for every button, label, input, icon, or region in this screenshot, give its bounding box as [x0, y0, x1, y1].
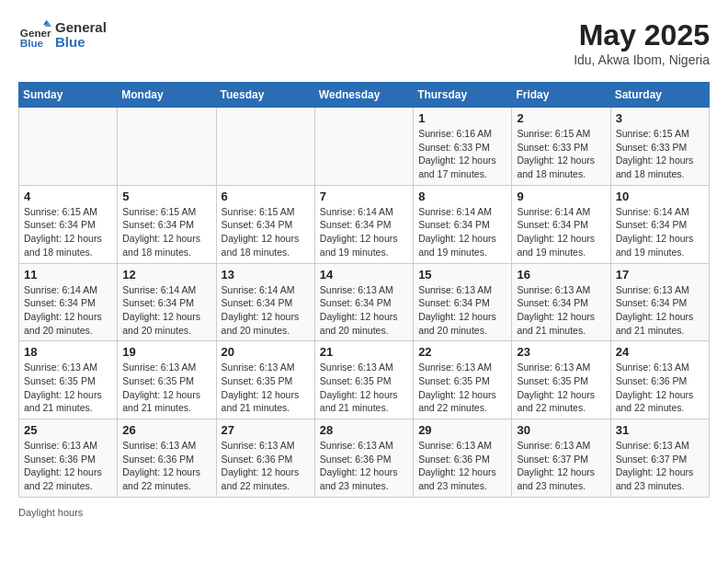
weekday-header: Saturday: [610, 83, 709, 108]
calendar-cell: 12Sunrise: 6:14 AM Sunset: 6:34 PM Dayli…: [118, 263, 216, 341]
day-info: Sunrise: 6:14 AM Sunset: 6:34 PM Dayligh…: [517, 205, 605, 259]
day-info: Sunrise: 6:15 AM Sunset: 6:34 PM Dayligh…: [222, 205, 310, 259]
day-number: 30: [517, 423, 605, 437]
day-info: Sunrise: 6:13 AM Sunset: 6:35 PM Dayligh…: [320, 361, 408, 415]
day-info: Sunrise: 6:13 AM Sunset: 6:37 PM Dayligh…: [616, 439, 704, 493]
calendar-cell: 25Sunrise: 6:13 AM Sunset: 6:36 PM Dayli…: [19, 419, 118, 498]
weekday-header: Sunday: [19, 83, 118, 108]
calendar-cell: 11Sunrise: 6:14 AM Sunset: 6:34 PM Dayli…: [19, 263, 118, 341]
calendar-cell: 17Sunrise: 6:13 AM Sunset: 6:34 PM Dayli…: [610, 263, 709, 341]
calendar-table: SundayMondayTuesdayWednesdayThursdayFrid…: [18, 82, 710, 498]
calendar-cell: 4Sunrise: 6:15 AM Sunset: 6:34 PM Daylig…: [19, 185, 118, 263]
page-header: General Blue General Blue May 2025 Idu, …: [18, 18, 710, 67]
day-info: Sunrise: 6:15 AM Sunset: 6:34 PM Dayligh…: [122, 205, 210, 259]
title-block: May 2025 Idu, Akwa Ibom, Nigeria: [574, 18, 710, 67]
weekday-header: Friday: [512, 83, 610, 108]
calendar-week-row: 25Sunrise: 6:13 AM Sunset: 6:36 PM Dayli…: [19, 419, 710, 498]
day-info: Sunrise: 6:14 AM Sunset: 6:34 PM Dayligh…: [24, 283, 112, 338]
day-info: Sunrise: 6:13 AM Sunset: 6:35 PM Dayligh…: [222, 361, 310, 415]
day-info: Sunrise: 6:14 AM Sunset: 6:34 PM Dayligh…: [616, 205, 704, 259]
day-info: Sunrise: 6:15 AM Sunset: 6:33 PM Dayligh…: [517, 127, 605, 181]
calendar-cell: 1Sunrise: 6:16 AM Sunset: 6:33 PM Daylig…: [414, 108, 512, 186]
calendar-cell: [314, 108, 413, 186]
calendar-cell: 8Sunrise: 6:14 AM Sunset: 6:34 PM Daylig…: [414, 185, 512, 263]
calendar-cell: 14Sunrise: 6:13 AM Sunset: 6:34 PM Dayli…: [314, 263, 413, 341]
footer-text: Daylight hours: [18, 507, 83, 518]
footer: Daylight hours: [18, 507, 710, 518]
calendar-cell: 30Sunrise: 6:13 AM Sunset: 6:37 PM Dayli…: [512, 419, 610, 498]
calendar-cell: 27Sunrise: 6:13 AM Sunset: 6:36 PM Dayli…: [216, 419, 314, 498]
day-number: 10: [616, 190, 704, 203]
logo-icon: General Blue: [18, 18, 51, 52]
day-number: 5: [122, 190, 210, 203]
day-number: 22: [418, 345, 506, 359]
day-number: 16: [517, 268, 605, 282]
day-info: Sunrise: 6:13 AM Sunset: 6:36 PM Dayligh…: [222, 439, 310, 493]
day-info: Sunrise: 6:13 AM Sunset: 6:34 PM Dayligh…: [616, 283, 704, 338]
day-info: Sunrise: 6:14 AM Sunset: 6:34 PM Dayligh…: [418, 205, 506, 259]
day-info: Sunrise: 6:13 AM Sunset: 6:36 PM Dayligh…: [418, 439, 506, 493]
day-info: Sunrise: 6:13 AM Sunset: 6:36 PM Dayligh…: [320, 439, 408, 493]
day-number: 25: [24, 423, 112, 437]
calendar-cell: 29Sunrise: 6:13 AM Sunset: 6:36 PM Dayli…: [414, 419, 512, 498]
day-number: 27: [222, 423, 310, 437]
calendar-cell: 7Sunrise: 6:14 AM Sunset: 6:34 PM Daylig…: [314, 185, 413, 263]
day-info: Sunrise: 6:13 AM Sunset: 6:35 PM Dayligh…: [122, 361, 210, 415]
day-number: 29: [418, 423, 506, 437]
day-info: Sunrise: 6:16 AM Sunset: 6:33 PM Dayligh…: [418, 127, 506, 181]
day-info: Sunrise: 6:14 AM Sunset: 6:34 PM Dayligh…: [320, 205, 408, 259]
day-number: 26: [122, 423, 210, 437]
day-number: 23: [517, 345, 605, 359]
calendar-cell: [118, 108, 216, 186]
day-number: 12: [122, 268, 210, 282]
day-number: 7: [320, 190, 408, 203]
calendar-cell: 26Sunrise: 6:13 AM Sunset: 6:36 PM Dayli…: [118, 419, 216, 498]
calendar-cell: 20Sunrise: 6:13 AM Sunset: 6:35 PM Dayli…: [216, 341, 314, 419]
calendar-week-row: 1Sunrise: 6:16 AM Sunset: 6:33 PM Daylig…: [19, 108, 710, 186]
calendar-cell: 19Sunrise: 6:13 AM Sunset: 6:35 PM Dayli…: [118, 341, 216, 419]
day-number: 24: [616, 345, 704, 359]
weekday-header: Wednesday: [314, 83, 413, 108]
day-info: Sunrise: 6:14 AM Sunset: 6:34 PM Dayligh…: [122, 283, 210, 338]
logo-general: General: [55, 20, 107, 36]
day-info: Sunrise: 6:13 AM Sunset: 6:36 PM Dayligh…: [122, 439, 210, 493]
day-info: Sunrise: 6:15 AM Sunset: 6:34 PM Dayligh…: [24, 205, 112, 259]
day-info: Sunrise: 6:13 AM Sunset: 6:34 PM Dayligh…: [517, 283, 605, 338]
weekday-header: Tuesday: [216, 83, 314, 108]
day-info: Sunrise: 6:13 AM Sunset: 6:35 PM Dayligh…: [418, 361, 506, 415]
calendar-cell: 22Sunrise: 6:13 AM Sunset: 6:35 PM Dayli…: [414, 341, 512, 419]
logo-blue: Blue: [55, 35, 107, 51]
day-number: 13: [222, 268, 310, 282]
day-info: Sunrise: 6:13 AM Sunset: 6:35 PM Dayligh…: [517, 361, 605, 415]
day-number: 21: [320, 345, 408, 359]
calendar-cell: [19, 108, 118, 186]
day-info: Sunrise: 6:13 AM Sunset: 6:34 PM Dayligh…: [418, 283, 506, 338]
day-number: 17: [616, 268, 704, 282]
day-number: 8: [418, 190, 506, 203]
day-number: 14: [320, 268, 408, 282]
day-number: 11: [24, 268, 112, 282]
day-number: 15: [418, 268, 506, 282]
weekday-header: Thursday: [414, 83, 512, 108]
logo: General Blue General Blue: [18, 18, 107, 52]
calendar-cell: 24Sunrise: 6:13 AM Sunset: 6:36 PM Dayli…: [610, 341, 709, 419]
day-info: Sunrise: 6:15 AM Sunset: 6:33 PM Dayligh…: [616, 127, 704, 181]
day-number: 4: [24, 190, 112, 203]
weekday-header: Monday: [118, 83, 216, 108]
calendar-week-row: 11Sunrise: 6:14 AM Sunset: 6:34 PM Dayli…: [19, 263, 710, 341]
day-number: 20: [222, 345, 310, 359]
day-info: Sunrise: 6:14 AM Sunset: 6:34 PM Dayligh…: [222, 283, 310, 338]
day-info: Sunrise: 6:13 AM Sunset: 6:36 PM Dayligh…: [616, 361, 704, 415]
calendar-cell: 15Sunrise: 6:13 AM Sunset: 6:34 PM Dayli…: [414, 263, 512, 341]
calendar-cell: 2Sunrise: 6:15 AM Sunset: 6:33 PM Daylig…: [512, 108, 610, 186]
day-info: Sunrise: 6:13 AM Sunset: 6:35 PM Dayligh…: [24, 361, 112, 415]
calendar-cell: 9Sunrise: 6:14 AM Sunset: 6:34 PM Daylig…: [512, 185, 610, 263]
day-number: 3: [616, 111, 704, 125]
calendar-cell: [216, 108, 314, 186]
calendar-cell: 31Sunrise: 6:13 AM Sunset: 6:37 PM Dayli…: [610, 419, 709, 498]
calendar-cell: 10Sunrise: 6:14 AM Sunset: 6:34 PM Dayli…: [610, 185, 709, 263]
day-number: 31: [616, 423, 704, 437]
day-number: 1: [418, 111, 506, 125]
logo-text: General Blue: [55, 20, 107, 51]
calendar-cell: 28Sunrise: 6:13 AM Sunset: 6:36 PM Dayli…: [314, 419, 413, 498]
